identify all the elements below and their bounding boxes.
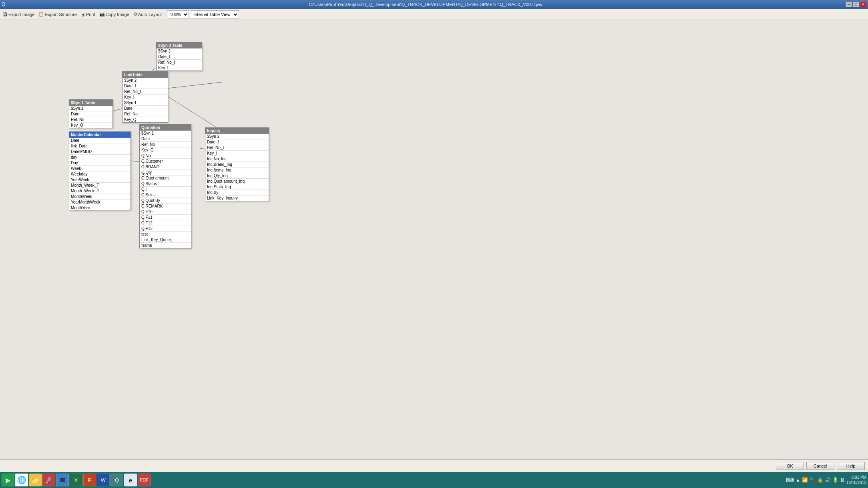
table-row: Key_Q <box>69 123 113 128</box>
table-row: Q.Qty <box>140 170 191 175</box>
table-row: Month_Week_T <box>69 183 131 188</box>
table-row: Q.F13 <box>140 226 191 232</box>
table-row: Inq.Items_Inq <box>205 167 269 173</box>
export-image-icon: 🖼 <box>3 12 8 17</box>
export-structure-button[interactable]: 📋 Export Structure <box>37 11 78 18</box>
table-row: Weekday <box>69 171 131 177</box>
button-bar: OK Cancel Help <box>0 459 868 472</box>
table-row: Month_Week_J <box>69 188 131 194</box>
help-button[interactable]: Help <box>837 462 865 470</box>
table-row: Inq.Statu_Inq <box>205 184 269 190</box>
link-table-header: LinkTable <box>123 72 168 78</box>
table-row: Q.Quot By <box>140 198 191 204</box>
table-row: Q.REMARK <box>140 204 191 209</box>
table-row: Key_I <box>205 151 269 156</box>
table-row: $Syn 1 <box>140 131 191 136</box>
table-row: Ref. No <box>123 111 168 117</box>
table-row: day <box>69 155 131 160</box>
table-row: Ref. No <box>140 142 191 147</box>
table-row: Day <box>69 160 131 166</box>
export-image-button[interactable]: 🖼 Export Image <box>2 11 36 18</box>
syn2-table-header: $Syn 2 Table <box>157 42 202 48</box>
syn2-table[interactable]: $Syn 2 Table $Syn 2 Date_I Ref. No_I Key… <box>156 42 202 71</box>
table-row: Inq.Quot amount_Inq <box>205 179 269 184</box>
table-row: Date_I <box>123 83 168 89</box>
table-row: $Syn 1 <box>123 100 168 106</box>
table-row: Key_I <box>157 65 202 71</box>
table-row: Q.BRAND <box>140 164 191 170</box>
toolbar-separator <box>165 11 165 18</box>
master-calendar-header: MasterCalendar <box>69 132 131 138</box>
inquiry-table-header: Inquiry <box>205 128 269 134</box>
syn1-table[interactable]: $Syn 1 Table $Syn 1 Date Ref. No Key_Q <box>69 99 113 128</box>
syn2-table-body: $Syn 2 Date_I Ref. No_I Key_I <box>157 48 202 71</box>
table-row: $Syn 2 <box>205 134 269 139</box>
quotation-table[interactable]: Quotation $Syn 1 Date Ref. No Key_Q Q.No… <box>139 124 191 248</box>
table-row: Q.F10 <box>140 209 191 215</box>
table-row: Ref. No <box>69 117 113 123</box>
table-row: Ref. No_I <box>157 60 202 65</box>
auto-layout-button[interactable]: ⚙ Auto-Layout <box>132 11 163 18</box>
table-row: Date_I <box>157 54 202 60</box>
toolbar: 🖼 Export Image 📋 Export Structure 🖨 Prin… <box>0 9 868 20</box>
table-row: Ref. No_I <box>205 145 269 151</box>
table-row: YearMonthWeek <box>69 200 131 205</box>
table-row: MonthYear <box>69 205 131 210</box>
table-row: MonthWeek <box>69 194 131 200</box>
table-row: test <box>140 232 191 237</box>
inquiry-table[interactable]: Inquiry $Syn 2 Date_I Ref. No_I Key_I In… <box>205 127 269 201</box>
table-row: Ref. No_I <box>123 89 168 95</box>
table-row: Q.I <box>140 187 191 192</box>
master-calendar-table[interactable]: MasterCalendar Date link_Date DateMMDD d… <box>69 131 131 210</box>
table-row: $Syn 1 <box>69 106 113 111</box>
table-row: link_Date <box>69 143 131 149</box>
table-row: Date <box>69 138 131 143</box>
table-row: Key_I <box>123 95 168 100</box>
export-structure-icon: 📋 <box>38 12 44 17</box>
copy-image-icon: 📷 <box>99 12 105 17</box>
view-select[interactable]: Internal Table View <box>190 10 239 18</box>
link-table-body: $Syn 2 Date_I Ref. No_I Key_I $Syn 1 Dat… <box>123 78 168 122</box>
table-row: Link_Key_Quote_ <box>140 237 191 243</box>
table-row: Key_Q <box>140 147 191 153</box>
link-table[interactable]: LinkTable $Syn 2 Date_I Ref. No_I Key_I … <box>122 71 168 123</box>
auto-layout-icon: ⚙ <box>133 12 137 17</box>
table-row: Q.Status <box>140 181 191 187</box>
table-row: Inq.No_Inq <box>205 156 269 162</box>
cancel-button[interactable]: Cancel <box>806 462 834 470</box>
table-row: Name <box>140 243 191 248</box>
close-button[interactable]: ✕ <box>860 2 866 7</box>
syn1-table-body: $Syn 1 Date Ref. No Key_Q <box>69 106 113 128</box>
table-row: Date <box>69 111 113 117</box>
table-row: Date <box>123 106 168 111</box>
title-bar: Q C:\Users\Paul Yeo\Dropbox\0_Q_Developm… <box>0 0 868 9</box>
copy-image-button[interactable]: 📷 Copy Image <box>98 11 131 18</box>
inquiry-table-body: $Syn 2 Date_I Ref. No_I Key_I Inq.No_Inq… <box>205 134 269 201</box>
print-icon: 🖨 <box>81 12 85 17</box>
app-icon: Q <box>2 2 5 7</box>
table-row: Date <box>140 136 191 142</box>
table-row: DateMMDD <box>69 149 131 155</box>
table-row: Inq.By <box>205 190 269 196</box>
table-row: $Syn 2 <box>157 48 202 54</box>
zoom-select[interactable]: 100% <box>167 10 189 18</box>
table-row: Q.F12 <box>140 220 191 226</box>
table-row: Q.F11 <box>140 215 191 220</box>
main-canvas: $Syn 2 Table $Syn 2 Date_I Ref. No_I Key… <box>0 20 868 459</box>
title-bar-title: C:\Users\Paul Yeo\Dropbox\0_Q_Developmen… <box>5 2 846 7</box>
title-bar-buttons: ─ □ ✕ <box>846 2 866 7</box>
table-row: $Syn 2 <box>123 78 168 83</box>
minimize-button[interactable]: ─ <box>846 2 852 7</box>
table-row: Week <box>69 166 131 171</box>
print-button[interactable]: 🖨 Print <box>79 11 97 18</box>
quotation-table-header: Quotation <box>140 125 191 131</box>
table-row: Date_I <box>205 139 269 145</box>
quotation-table-body: $Syn 1 Date Ref. No Key_Q Q.No Q.Custome… <box>140 131 191 248</box>
maximize-button[interactable]: □ <box>853 2 859 7</box>
table-row: Q.No <box>140 153 191 159</box>
table-row: Link_Key_Inquiry_ <box>205 196 269 201</box>
table-row: Inq.Brand_Inq <box>205 162 269 167</box>
syn1-table-header: $Syn 1 Table <box>69 100 113 106</box>
table-row: Inq.Qty_Inq <box>205 173 269 179</box>
ok-button[interactable]: OK <box>776 462 804 470</box>
